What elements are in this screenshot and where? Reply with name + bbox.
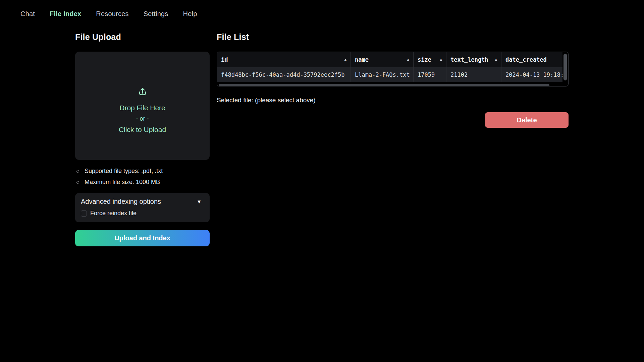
click-to-upload-link[interactable]: Click to Upload xyxy=(119,126,166,134)
sort-arrow-icon[interactable]: ▲ xyxy=(440,57,442,62)
column-label: date_created xyxy=(505,56,547,63)
force-reindex-row: Force reindex file xyxy=(81,210,204,217)
column-label: size xyxy=(418,56,431,63)
selected-file-status: Selected file: (please select above) xyxy=(217,97,316,104)
force-reindex-checkbox[interactable] xyxy=(81,210,87,217)
sort-arrow-icon[interactable]: ▲ xyxy=(495,57,497,62)
tab-help[interactable]: Help xyxy=(183,10,197,18)
upload-notes: Supported file types: .pdf, .txt Maximum… xyxy=(76,168,211,186)
cell-id[interactable]: f48d48bc-f56c-40aa-ad4d-35792eec2f5b xyxy=(217,67,351,82)
advanced-options-accordion[interactable]: Advanced indexing options ▼ xyxy=(81,198,204,205)
tab-settings[interactable]: Settings xyxy=(144,10,168,18)
file-table-header: id ▲ name ▲ size ▲ text_length ▲ date_cr… xyxy=(217,52,562,67)
note-supported-types: Supported file types: .pdf, .txt xyxy=(76,168,211,175)
column-label: name xyxy=(355,56,369,63)
note-text: Supported file types: .pdf, .txt xyxy=(85,168,163,175)
note-max-size: Maximum file size: 1000 MB xyxy=(76,179,211,186)
cell-date-created[interactable]: 2024-04-13 19:18: xyxy=(501,67,562,82)
force-reindex-label: Force reindex file xyxy=(90,210,137,217)
or-label: - or - xyxy=(136,115,149,122)
file-list-title: File List xyxy=(217,32,249,42)
column-header-name[interactable]: name ▲ xyxy=(351,52,414,67)
cell-size[interactable]: 17059 xyxy=(414,67,446,82)
tab-chat[interactable]: Chat xyxy=(20,10,35,18)
file-table: id ▲ name ▲ size ▲ text_length ▲ date_cr… xyxy=(217,52,569,86)
sort-arrow-icon[interactable]: ▲ xyxy=(344,57,346,62)
bullet-icon xyxy=(76,170,79,173)
upload-and-index-button[interactable]: Upload and Index xyxy=(75,230,210,246)
column-header-id[interactable]: id ▲ xyxy=(217,52,351,67)
app-root: Chat File Index Resources Settings Help … xyxy=(0,0,644,362)
column-label: id xyxy=(221,56,228,63)
column-header-text-length[interactable]: text_length ▲ xyxy=(446,52,501,67)
column-header-size[interactable]: size ▲ xyxy=(414,52,446,67)
advanced-options-panel: Advanced indexing options ▼ Force reinde… xyxy=(75,193,210,222)
cell-text-length[interactable]: 21102 xyxy=(446,67,501,82)
advanced-options-title: Advanced indexing options xyxy=(81,198,161,205)
tab-resources[interactable]: Resources xyxy=(96,10,128,18)
column-label: text_length xyxy=(450,56,488,63)
note-text: Maximum file size: 1000 MB xyxy=(85,179,160,186)
top-nav: Chat File Index Resources Settings Help xyxy=(20,10,197,18)
upload-icon xyxy=(138,86,148,98)
cell-name[interactable]: Llama-2-FAQs.txt xyxy=(351,67,414,82)
table-vertical-scrollbar[interactable] xyxy=(564,54,567,80)
file-table-viewport: id ▲ name ▲ size ▲ text_length ▲ date_cr… xyxy=(217,52,562,82)
table-horizontal-scrollbar[interactable] xyxy=(219,84,549,86)
drop-file-here-label: Drop File Here xyxy=(119,104,165,112)
delete-button[interactable]: Delete xyxy=(485,112,569,128)
table-row[interactable]: f48d48bc-f56c-40aa-ad4d-35792eec2f5b Lla… xyxy=(217,67,562,82)
tab-file-index[interactable]: File Index xyxy=(50,10,81,18)
column-header-date-created[interactable]: date_created ▲ xyxy=(501,52,562,67)
file-upload-title: File Upload xyxy=(75,32,121,42)
bullet-icon xyxy=(76,181,79,184)
chevron-down-icon: ▼ xyxy=(197,199,204,204)
file-dropzone[interactable]: Drop File Here - or - Click to Upload xyxy=(75,52,210,160)
sort-arrow-icon[interactable]: ▲ xyxy=(407,57,409,62)
